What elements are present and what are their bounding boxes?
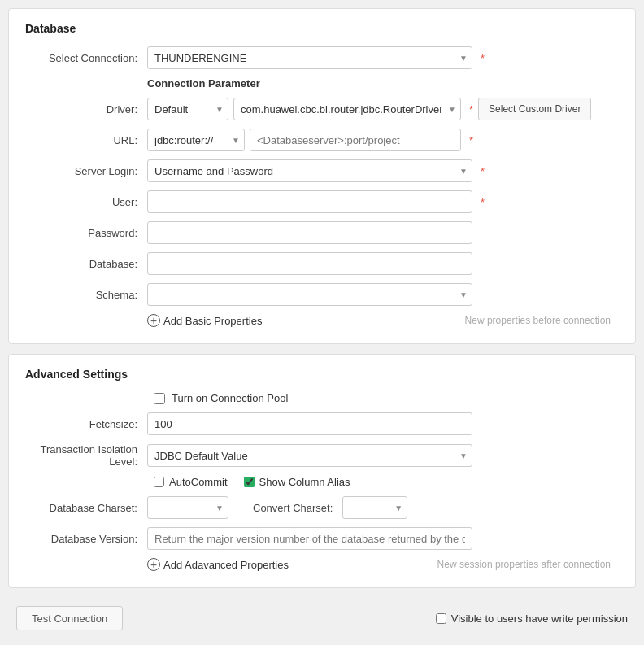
user-required: * [481,196,485,208]
schema-label: Schema: [25,289,147,301]
convert-charset-wrapper: ▼ [342,496,407,519]
server-login-row: Server Login: Username and Password Kerb… [25,159,619,182]
server-login-wrapper: Username and Password Kerberos No Authen… [147,159,472,182]
url-required: * [469,134,473,146]
convert-charset-label: Convert Charset: [253,502,333,514]
driver-required: * [469,103,473,115]
driver-label: Driver: [25,103,147,115]
select-connection-label: Select Connection: [25,52,147,64]
select-connection-required: * [481,52,485,64]
transaction-dropdown[interactable]: JDBC Default Value READ_UNCOMMITTED READ… [147,444,472,467]
transaction-wrapper: JDBC Default Value READ_UNCOMMITTED READ… [147,444,472,467]
schema-row: Schema: ▼ [25,283,619,306]
user-input[interactable] [147,190,472,213]
select-custom-driver-button[interactable]: Select Custom Driver [478,98,591,120]
footer-row: Test Connection Visible to users have wr… [8,598,636,630]
select-connection-dropdown[interactable]: THUNDERENGINE [147,46,472,69]
autocommit-checkbox[interactable] [154,477,164,487]
password-input[interactable] [147,221,472,244]
add-basic-properties-button[interactable]: + Add Basic Properties [147,314,262,327]
database-row: Database: [25,252,619,275]
add-basic-props-row: + Add Basic Properties New properties be… [25,314,619,327]
schema-dropdown[interactable] [147,283,472,306]
turn-on-pool-row: Turn on Connection Pool [25,392,619,404]
schema-wrapper: ▼ [147,283,472,306]
test-connection-button[interactable]: Test Connection [16,606,123,630]
database-control [147,252,619,275]
url-input[interactable] [250,129,461,151]
server-login-control: Username and Password Kerberos No Authen… [147,159,619,182]
plus-icon: + [147,314,160,327]
add-advanced-props-label: Add Adavanced Properties [163,559,289,571]
driver-class-dropdown[interactable]: com.huawei.cbc.bi.router.jdbc.RouterDriv… [233,98,461,120]
advanced-plus-icon: + [147,558,160,571]
select-connection-row: Select Connection: THUNDERENGINE ▼ * [25,46,619,69]
user-row: User: * [25,190,619,213]
driver-control: Default Custom ▼ com.huawei.cbc.bi.route… [147,98,619,120]
new-props-hint: New properties before connection [465,315,619,326]
select-connection-control: THUNDERENGINE ▼ * [147,46,619,69]
connection-param-row: Connection Parameter [25,77,619,89]
fetchsize-input[interactable] [147,412,472,435]
connection-param-label: Connection Parameter [147,77,260,89]
advanced-section: Advanced Settings Turn on Connection Poo… [8,354,636,588]
url-control: jdbc:router:// jdbc:hive2:// jdbc:mysql:… [147,129,619,151]
autocommit-item: AutoCommit [154,476,228,488]
driver-class-wrapper: com.huawei.cbc.bi.router.jdbc.RouterDriv… [233,98,461,120]
add-basic-props-label: Add Basic Properties [163,315,262,327]
url-label: URL: [25,134,147,146]
transaction-row: Transaction Isolation Level: JDBC Defaul… [25,443,619,468]
driver-type-wrapper: Default Custom ▼ [147,98,228,120]
inline-checks-row: AutoCommit Show Column Alias [25,476,619,488]
show-column-alias-label: Show Column Alias [259,476,350,488]
database-section: Database Select Connection: THUNDERENGIN… [8,8,636,344]
turn-on-pool-checkbox[interactable] [154,393,165,404]
add-advanced-properties-button[interactable]: + Add Adavanced Properties [147,558,289,571]
password-control [147,221,619,244]
transaction-label: Transaction Isolation Level: [25,443,147,468]
fetchsize-row: Fetchsize: [25,412,619,435]
database-charset-label: Database Charset: [25,502,147,514]
db-version-input[interactable] [147,527,472,550]
database-charset-dropdown[interactable] [147,496,228,519]
driver-type-dropdown[interactable]: Default Custom [147,98,228,120]
server-login-required: * [481,165,485,177]
database-input[interactable] [147,252,472,275]
page-wrapper: Database Select Connection: THUNDERENGIN… [0,0,644,645]
advanced-section-title: Advanced Settings [25,368,619,381]
transaction-control: JDBC Default Value READ_UNCOMMITTED READ… [147,444,619,467]
add-advanced-props-row: + Add Adavanced Properties New session p… [25,558,619,571]
show-column-alias-item: Show Column Alias [244,476,350,488]
url-row: URL: jdbc:router:// jdbc:hive2:// jdbc:m… [25,129,619,151]
server-login-dropdown[interactable]: Username and Password Kerberos No Authen… [147,159,472,182]
db-version-control [147,527,619,550]
visible-permission-label: Visible to users have write permission [451,612,628,625]
url-prefix-dropdown[interactable]: jdbc:router:// jdbc:hive2:// jdbc:mysql:… [147,129,245,151]
schema-control: ▼ [147,283,619,306]
show-column-alias-checkbox[interactable] [244,477,255,487]
database-charset-wrapper: ▼ [147,496,228,519]
password-label: Password: [25,227,147,239]
db-version-row: Database Version: [25,527,619,550]
user-label: User: [25,196,147,208]
visible-permission-checkbox[interactable] [436,613,446,624]
user-control: * [147,190,619,213]
password-row: Password: [25,221,619,244]
database-section-title: Database [25,22,619,35]
charset-row: Database Charset: ▼ Convert Charset: ▼ [25,496,619,519]
url-prefix-wrapper: jdbc:router:// jdbc:hive2:// jdbc:mysql:… [147,129,245,151]
fetchsize-control [147,412,619,435]
database-field-label: Database: [25,258,147,270]
select-connection-wrapper: THUNDERENGINE ▼ [147,46,472,69]
new-session-hint: New session properties after connection [437,559,619,570]
autocommit-label: AutoCommit [169,476,228,488]
fetchsize-label: Fetchsize: [25,418,147,430]
driver-row: Driver: Default Custom ▼ com.huawei.cbc.… [25,98,619,120]
convert-charset-dropdown[interactable] [342,496,407,519]
server-login-label: Server Login: [25,165,147,177]
turn-on-pool-label: Turn on Connection Pool [172,392,288,404]
db-version-label: Database Version: [25,533,147,545]
visible-permission-item: Visible to users have write permission [436,612,628,625]
